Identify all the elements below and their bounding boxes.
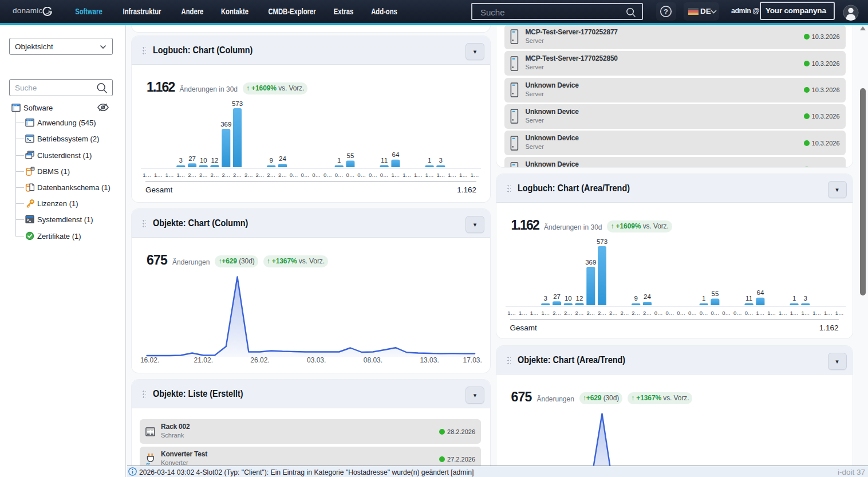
- svg-text:08.03.: 08.03.: [364, 356, 382, 364]
- svg-text:1…: 1…: [812, 310, 821, 316]
- svg-text:1…: 1…: [756, 310, 764, 316]
- svg-text:3: 3: [803, 295, 807, 302]
- svg-text:1: 1: [701, 295, 705, 302]
- svg-text:26.02.: 26.02.: [250, 356, 269, 364]
- svg-text:27: 27: [188, 155, 196, 162]
- svg-text:2…: 2…: [598, 310, 606, 316]
- svg-text:10: 10: [564, 294, 571, 301]
- svg-text:12: 12: [575, 294, 583, 301]
- svg-text:2…: 2…: [278, 172, 287, 178]
- svg-text:3: 3: [439, 157, 443, 164]
- svg-text:1…: 1…: [541, 310, 550, 316]
- svg-text:27: 27: [553, 293, 561, 299]
- svg-text:13.03.: 13.03.: [420, 356, 439, 364]
- svg-text:64: 64: [392, 151, 400, 158]
- svg-text:0…: 0…: [346, 172, 355, 178]
- svg-text:2…: 2…: [244, 172, 253, 178]
- svg-text:?: ?: [664, 7, 668, 16]
- svg-text:1…: 1…: [436, 172, 445, 178]
- svg-text:17.03.: 17.03.: [463, 356, 482, 364]
- svg-text:1…: 1…: [425, 172, 434, 178]
- svg-text:573: 573: [596, 238, 607, 245]
- svg-text:2…: 2…: [632, 310, 640, 316]
- svg-text:11: 11: [381, 157, 388, 164]
- svg-text:0…: 0…: [688, 310, 697, 316]
- svg-text:2…: 2…: [609, 310, 617, 316]
- svg-text:369: 369: [220, 121, 231, 128]
- svg-text:2…: 2…: [267, 172, 275, 178]
- svg-text:3: 3: [179, 157, 183, 164]
- svg-text:1…: 1…: [507, 310, 516, 316]
- svg-text:2…: 2…: [256, 172, 265, 178]
- svg-text:1…: 1…: [414, 172, 423, 178]
- svg-text:24: 24: [644, 293, 651, 300]
- svg-text:2…: 2…: [211, 172, 219, 178]
- svg-text:1…: 1…: [392, 172, 400, 178]
- svg-text:0…: 0…: [323, 172, 332, 178]
- svg-text:9: 9: [634, 295, 637, 302]
- svg-text:1…: 1…: [176, 172, 185, 178]
- svg-text:1…: 1…: [835, 310, 843, 316]
- svg-text:64: 64: [756, 289, 764, 296]
- svg-text:3: 3: [543, 295, 547, 302]
- svg-text:11: 11: [745, 294, 752, 301]
- svg-text:0…: 0…: [335, 172, 344, 178]
- svg-text:2…: 2…: [199, 172, 208, 178]
- svg-text:1…: 1…: [165, 172, 174, 178]
- svg-text:1…: 1…: [459, 172, 468, 178]
- svg-text:369: 369: [585, 258, 596, 265]
- svg-text:0…: 0…: [380, 172, 389, 178]
- svg-text:1…: 1…: [448, 172, 456, 178]
- svg-text:21.02.: 21.02.: [194, 356, 213, 364]
- svg-text:0…: 0…: [369, 172, 377, 178]
- svg-text:2…: 2…: [188, 172, 196, 178]
- svg-text:55: 55: [347, 152, 354, 159]
- svg-text:1: 1: [337, 157, 341, 164]
- svg-text:0…: 0…: [733, 310, 742, 316]
- svg-text:1…: 1…: [779, 310, 787, 316]
- svg-text:9: 9: [269, 157, 273, 164]
- svg-text:0…: 0…: [301, 172, 310, 178]
- svg-text:0…: 0…: [665, 310, 674, 316]
- svg-text:24: 24: [279, 155, 286, 162]
- svg-text:1…: 1…: [154, 172, 163, 178]
- svg-text:2…: 2…: [620, 310, 629, 316]
- svg-text:1…: 1…: [530, 310, 538, 316]
- svg-text:1…: 1…: [801, 310, 810, 316]
- svg-text:0…: 0…: [290, 172, 298, 178]
- svg-text:2…: 2…: [553, 310, 561, 316]
- svg-text:0…: 0…: [654, 310, 662, 316]
- svg-text:1…: 1…: [518, 310, 527, 316]
- svg-text:0…: 0…: [711, 310, 719, 316]
- svg-text:03.03.: 03.03.: [307, 356, 326, 364]
- svg-text:2…: 2…: [233, 172, 242, 178]
- svg-text:2…: 2…: [586, 310, 595, 316]
- svg-text:2…: 2…: [563, 310, 572, 316]
- svg-text:1: 1: [428, 157, 431, 164]
- svg-text:55: 55: [711, 290, 719, 297]
- svg-text:0…: 0…: [357, 172, 366, 178]
- svg-text:0…: 0…: [722, 310, 731, 316]
- svg-text:573: 573: [232, 100, 243, 107]
- svg-text:0…: 0…: [699, 310, 708, 316]
- svg-text:1: 1: [792, 295, 795, 302]
- svg-text:1…: 1…: [767, 310, 776, 316]
- svg-text:0…: 0…: [744, 310, 753, 316]
- svg-text:2…: 2…: [222, 172, 230, 178]
- svg-text:1…: 1…: [143, 172, 151, 178]
- svg-text:1…: 1…: [790, 310, 798, 316]
- svg-text:2…: 2…: [575, 310, 583, 316]
- svg-text:1…: 1…: [403, 172, 411, 178]
- svg-text:0…: 0…: [312, 172, 321, 178]
- svg-text:1…: 1…: [471, 172, 479, 178]
- svg-text:0…: 0…: [677, 310, 685, 316]
- svg-text:12: 12: [211, 157, 219, 164]
- svg-text:10: 10: [200, 157, 207, 164]
- svg-text:2…: 2…: [643, 310, 652, 316]
- svg-text:1…: 1…: [823, 310, 832, 316]
- svg-text:16.02.: 16.02.: [140, 356, 159, 364]
